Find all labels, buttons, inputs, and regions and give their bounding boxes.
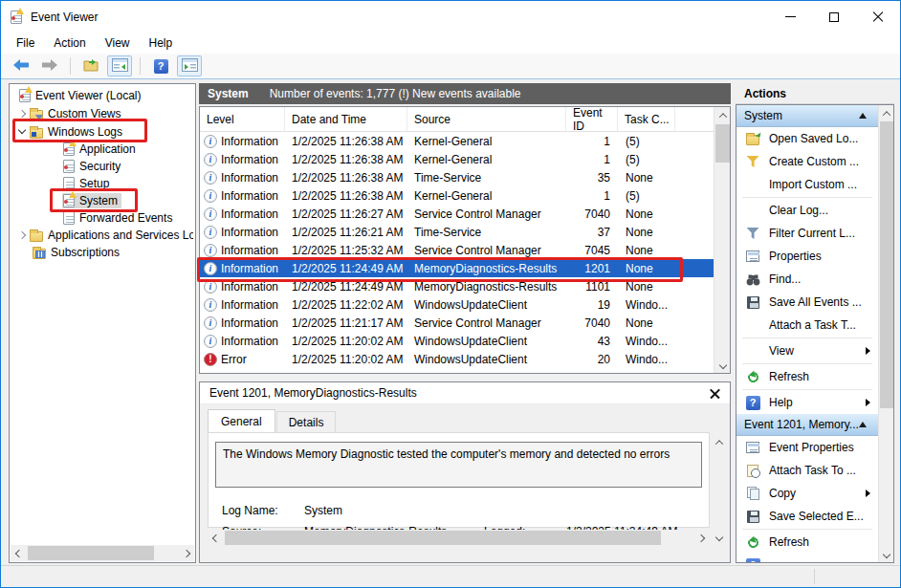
collapse-icon[interactable] [859, 422, 867, 427]
scroll-up-button[interactable] [711, 434, 727, 450]
close-details-icon[interactable] [710, 388, 720, 399]
event-row[interactable]: Information1/2/2025 11:26:38 AMKernel-Ge… [200, 186, 714, 205]
event-row[interactable]: Information1/2/2025 11:20:02 AMWindowsUp… [200, 332, 714, 350]
event-row[interactable]: Information1/2/2025 11:26:38 AMKernel-Ge… [200, 132, 714, 150]
show-hide-console-tree-button[interactable] [177, 55, 202, 76]
details-horizontal-scrollbar[interactable] [208, 530, 709, 546]
log-name-field: Log Name: System [222, 504, 342, 517]
tree-item-label: System [79, 194, 118, 207]
action-properties[interactable]: Properties [736, 245, 878, 268]
scrollbar-thumb[interactable] [225, 531, 661, 545]
action-clear-log[interactable]: Clear Log... [736, 199, 878, 222]
scroll-left-button[interactable] [208, 530, 224, 546]
scroll-left-button[interactable] [11, 545, 27, 561]
scroll-right-button[interactable] [692, 530, 709, 546]
forward-button[interactable] [37, 55, 62, 76]
event-row[interactable]: Information1/2/2025 11:24:49 AMMemoryDia… [200, 277, 714, 295]
scrollbar-thumb[interactable] [28, 546, 154, 560]
tree-item-event-viewer-local[interactable]: Event Viewer (Local) [10, 86, 193, 104]
scroll-up-button[interactable] [714, 107, 731, 123]
action-help[interactable]: Help [736, 391, 878, 414]
action-refresh[interactable]: Refresh [736, 365, 878, 388]
action-create-custom-view[interactable]: Create Custom ... [736, 150, 878, 173]
action-save-selected-events[interactable]: Save Selected E... [736, 505, 878, 528]
tree-item-setup[interactable]: Setup [10, 174, 193, 192]
event-row[interactable]: Information1/2/2025 11:26:38 AMTime-Serv… [200, 168, 714, 186]
column-header-event-id[interactable]: Event ID [566, 107, 618, 131]
action-view[interactable]: View [736, 339, 878, 362]
tree-item-applications-services-logs[interactable]: Applications and Services Lo [10, 226, 193, 244]
close-button[interactable] [856, 1, 900, 33]
back-button[interactable] [9, 55, 33, 76]
console-window-button[interactable] [107, 55, 132, 76]
column-header-level[interactable]: Level [200, 107, 285, 131]
actions-section-system[interactable]: System [736, 105, 878, 127]
actions-panel: System Open Saved Lo... Create Custom ..… [736, 104, 894, 563]
menu-action[interactable]: Action [44, 34, 95, 52]
chevron-right-icon[interactable] [18, 109, 26, 117]
scroll-down-button[interactable] [714, 357, 731, 373]
scrollbar-thumb[interactable] [715, 124, 730, 163]
tree-item-custom-views[interactable]: Custom Views [10, 104, 193, 122]
action-import-custom-view[interactable]: Import Custom ... [736, 173, 878, 196]
details-header: Event 1201, MemoryDiagnostics-Results [200, 382, 730, 404]
scroll-up-button[interactable] [879, 105, 894, 121]
scroll-down-button[interactable] [711, 529, 727, 545]
menu-file[interactable]: File [7, 34, 44, 52]
event-row[interactable]: Information1/2/2025 11:26:27 AMService C… [200, 205, 714, 223]
information-icon [204, 135, 217, 148]
menu-view[interactable]: View [96, 34, 140, 52]
collapse-icon[interactable] [859, 113, 867, 119]
help-button[interactable] [148, 55, 173, 76]
menu-help[interactable]: Help [140, 34, 183, 52]
action-filter-current-log[interactable]: Filter Current L... [736, 222, 878, 245]
chevron-right-icon[interactable] [18, 230, 26, 238]
event-row[interactable]: Information1/2/2025 11:26:38 AMKernel-Ge… [200, 150, 714, 168]
event-row[interactable]: Information1/2/2025 11:26:21 AMTime-Serv… [200, 223, 714, 241]
event-row-selected[interactable]: Information1/2/2025 11:24:49 AMMemoryDia… [200, 259, 714, 277]
maximize-button[interactable] [812, 1, 856, 33]
column-header-task-category[interactable]: Task C... [618, 107, 675, 131]
event-row[interactable]: Error1/2/2025 11:20:02 AMWindowsUpdateCl… [200, 350, 714, 368]
action-copy[interactable]: Copy [736, 482, 878, 505]
chevron-down-icon[interactable] [18, 126, 26, 134]
tree-item-windows-logs[interactable]: Windows Logs [10, 122, 193, 141]
tab-general[interactable]: General [208, 409, 275, 432]
tree-item-subscriptions[interactable]: Subscriptions [10, 243, 193, 261]
scroll-down-button[interactable] [879, 546, 894, 562]
event-list-scrollbar[interactable] [714, 107, 730, 373]
console-window-icon [112, 58, 128, 75]
event-row[interactable]: Information1/2/2025 11:22:02 AMWindowsUp… [200, 295, 714, 314]
action-attach-task-to-event[interactable]: Attach Task To ... [736, 459, 878, 482]
information-icon [204, 153, 217, 166]
tree-item-application[interactable]: Application [10, 140, 193, 158]
scrollbar-thumb[interactable] [880, 121, 893, 408]
column-header-date[interactable]: Date and Time [285, 107, 407, 131]
tree-item-system[interactable]: System [10, 191, 193, 209]
actions-section-event[interactable]: Event 1201, Memory... [736, 414, 878, 436]
open-saved-log-button[interactable] [78, 55, 103, 76]
floppy-icon [747, 296, 759, 309]
action-refresh-event[interactable]: Refresh [736, 531, 878, 554]
minimize-button[interactable] [768, 1, 812, 33]
action-save-all-events[interactable]: Save All Events ... [736, 291, 878, 314]
toolbar-separator [140, 57, 141, 75]
column-header-source[interactable]: Source [407, 107, 566, 131]
properties-icon [746, 442, 759, 453]
action-find[interactable]: Find... [736, 268, 878, 291]
details-vertical-scrollbar[interactable] [711, 434, 727, 545]
tree-item-security[interactable]: Security [10, 157, 193, 175]
event-row[interactable]: Information1/2/2025 11:21:17 AMService C… [200, 314, 714, 332]
tree-item-forwarded-events[interactable]: Forwarded Events [10, 208, 193, 227]
event-row[interactable]: Information1/2/2025 11:25:32 AMService C… [200, 241, 714, 259]
tab-details[interactable]: Details [276, 411, 337, 432]
action-event-properties[interactable]: Event Properties [736, 436, 878, 459]
tree-horizontal-scrollbar[interactable] [11, 545, 194, 561]
action-help-clipped[interactable] [736, 554, 878, 562]
folder-icon [30, 231, 43, 242]
event-message-box[interactable]: The Windows Memory Diagnostic tested the… [215, 442, 702, 488]
action-attach-task-to-log[interactable]: Attach a Task T... [736, 314, 878, 337]
action-open-saved-log[interactable]: Open Saved Lo... [736, 127, 878, 150]
scroll-right-button[interactable] [178, 545, 194, 561]
actions-scrollbar[interactable] [878, 105, 893, 562]
